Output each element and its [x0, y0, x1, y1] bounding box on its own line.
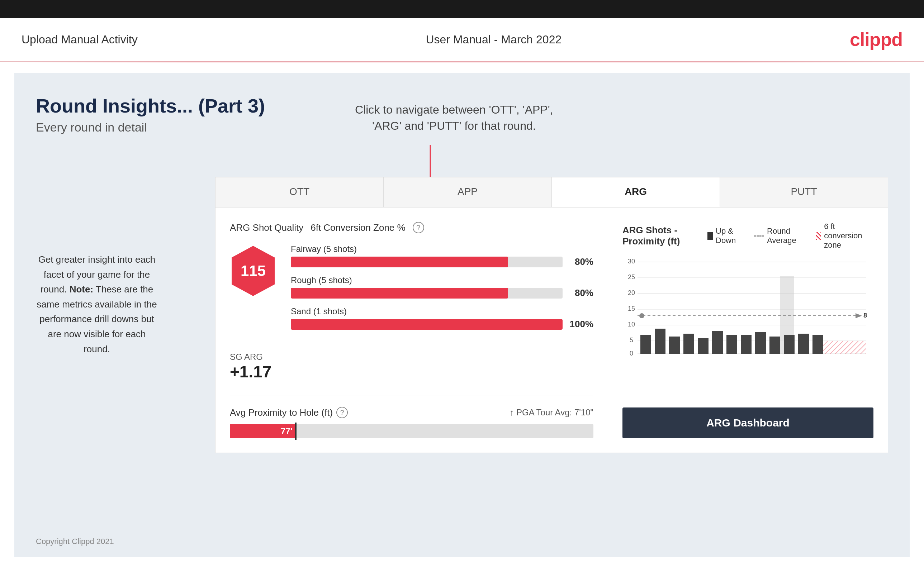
- tab-arg[interactable]: ARG: [552, 177, 720, 207]
- copyright: Copyright Clippd 2021: [36, 537, 114, 546]
- bar-sand-fill: [291, 319, 562, 330]
- chart-legend: Up & Down Round Average 6 ft conversion …: [708, 222, 874, 250]
- bar-fairway-track: 80%: [291, 256, 593, 268]
- proximity-header: Avg Proximity to Hole (ft) ? ↑ PGA Tour …: [230, 407, 593, 418]
- svg-rect-33: [813, 335, 823, 354]
- nav-hint-line1: Click to navigate between 'OTT', 'APP',: [355, 102, 553, 118]
- chart-area: 30 25 20 15 10 5 0: [622, 257, 874, 400]
- manual-label: User Manual - March 2022: [426, 33, 562, 46]
- left-description: Get greater insight into each facet of y…: [36, 252, 158, 356]
- nav-hint: Click to navigate between 'OTT', 'APP', …: [355, 102, 553, 134]
- tab-ott[interactable]: OTT: [215, 177, 384, 207]
- upload-label: Upload Manual Activity: [21, 33, 138, 46]
- dashboard-card: OTT APP ARG PUTT ARG Shot Quality 6ft Co…: [215, 177, 888, 453]
- bars-section: Fairway (5 shots) 80% Rough (5 shots): [291, 244, 593, 338]
- hexagon-bars: 115 Fairway (5 shots) 80%: [230, 244, 593, 338]
- svg-text:20: 20: [628, 289, 635, 297]
- bar-rough-bg: [291, 288, 562, 298]
- bar-rough-track: 80%: [291, 287, 593, 298]
- bar-fairway-label: Fairway (5 shots): [291, 244, 593, 254]
- legend-round-avg-label: Round Average: [767, 227, 805, 245]
- legend-6ft: 6 ft conversion zone: [816, 222, 874, 250]
- left-panel: ARG Shot Quality 6ft Conversion Zone % ?…: [215, 208, 608, 453]
- bar-sand-label: Sand (1 shots): [291, 306, 593, 316]
- bar-rough-fill: [291, 288, 508, 298]
- svg-text:0: 0: [630, 350, 633, 357]
- question-icon[interactable]: ?: [413, 222, 424, 233]
- legend-6ft-label: 6 ft conversion zone: [824, 222, 874, 250]
- legend-dashed-line: [754, 235, 764, 237]
- sg-value: +1.17: [230, 362, 593, 381]
- svg-text:25: 25: [628, 274, 635, 280]
- svg-rect-21: [655, 329, 666, 354]
- bar-sand: Sand (1 shots) 100%: [291, 306, 593, 330]
- svg-rect-29: [755, 332, 766, 354]
- svg-rect-24: [698, 338, 709, 354]
- legend-updown-label: Up & Down: [716, 227, 743, 245]
- legend-hatched-box: [816, 232, 821, 240]
- bar-rough-label: Rough (5 shots): [291, 275, 593, 285]
- svg-rect-26: [727, 335, 737, 354]
- hexagon-value: 115: [241, 262, 266, 280]
- sg-label: SG ARG: [230, 352, 593, 362]
- proximity-bar-track: 77': [230, 424, 593, 438]
- proximity-question-icon[interactable]: ?: [336, 407, 348, 418]
- svg-rect-25: [712, 331, 723, 354]
- svg-rect-28: [741, 335, 751, 354]
- svg-rect-23: [683, 334, 694, 354]
- bar-sand-track: 100%: [291, 319, 593, 330]
- header: Upload Manual Activity User Manual - Mar…: [0, 18, 924, 62]
- chart-header: ARG Shots - Proximity (ft) Up & Down Rou…: [622, 222, 874, 250]
- top-bar: [0, 0, 924, 18]
- chart-title: ARG Shots - Proximity (ft): [622, 225, 708, 247]
- shot-quality-label: ARG Shot Quality: [230, 222, 303, 233]
- svg-text:15: 15: [628, 305, 635, 312]
- svg-rect-31: [784, 335, 795, 354]
- sg-section: SG ARG +1.17: [230, 352, 593, 381]
- main-content: Round Insights... (Part 3) Every round i…: [15, 73, 909, 557]
- svg-text:5: 5: [630, 337, 633, 344]
- hexagon-score: 115: [230, 244, 276, 298]
- svg-text:10: 10: [628, 321, 635, 328]
- pga-avg: ↑ PGA Tour Avg: 7'10": [509, 408, 593, 417]
- nav-hint-line2: 'ARG' and 'PUTT' for that round.: [355, 118, 553, 134]
- proximity-label: Avg Proximity to Hole (ft) ?: [230, 407, 348, 418]
- svg-rect-30: [769, 337, 780, 354]
- bar-fairway: Fairway (5 shots) 80%: [291, 244, 593, 268]
- proximity-value: 77': [281, 426, 292, 436]
- bar-rough: Rough (5 shots) 80%: [291, 275, 593, 298]
- bar-sand-pct: 100%: [568, 319, 593, 330]
- svg-rect-20: [640, 335, 651, 354]
- svg-rect-19: [816, 341, 866, 354]
- header-divider: [15, 62, 909, 62]
- proximity-section: Avg Proximity to Hole (ft) ? ↑ PGA Tour …: [230, 396, 593, 438]
- clippd-logo: clippd: [850, 29, 903, 50]
- proximity-cursor: [295, 422, 297, 440]
- tabs-bar: OTT APP ARG PUTT: [215, 177, 888, 208]
- bar-fairway-fill: [291, 256, 508, 268]
- legend-updown-box: [708, 232, 713, 240]
- svg-marker-36: [856, 313, 862, 318]
- legend-updown: Up & Down: [708, 227, 743, 245]
- desc-note: Note:: [69, 284, 93, 295]
- bar-fairway-bg: [291, 256, 562, 268]
- svg-text:30: 30: [628, 258, 635, 265]
- svg-point-35: [639, 313, 645, 318]
- tab-putt[interactable]: PUTT: [720, 177, 888, 207]
- panel-header: ARG Shot Quality 6ft Conversion Zone % ?: [230, 222, 593, 233]
- svg-rect-32: [798, 334, 809, 354]
- card-body: ARG Shot Quality 6ft Conversion Zone % ?…: [215, 208, 888, 453]
- bar-rough-pct: 80%: [568, 287, 593, 298]
- tab-app[interactable]: APP: [384, 177, 552, 207]
- legend-round-avg: Round Average: [754, 227, 805, 245]
- proximity-text: Avg Proximity to Hole (ft): [230, 407, 333, 418]
- svg-rect-22: [669, 337, 680, 354]
- svg-text:8: 8: [863, 312, 867, 319]
- bar-sand-bg: [291, 319, 562, 330]
- right-panel: ARG Shots - Proximity (ft) Up & Down Rou…: [608, 208, 888, 453]
- chart-svg: 30 25 20 15 10 5 0: [622, 257, 874, 357]
- bar-fairway-pct: 80%: [568, 256, 593, 268]
- proximity-bar-fill: 77': [230, 424, 296, 438]
- conversion-label: 6ft Conversion Zone %: [310, 222, 405, 233]
- arg-dashboard-button[interactable]: ARG Dashboard: [622, 408, 874, 438]
